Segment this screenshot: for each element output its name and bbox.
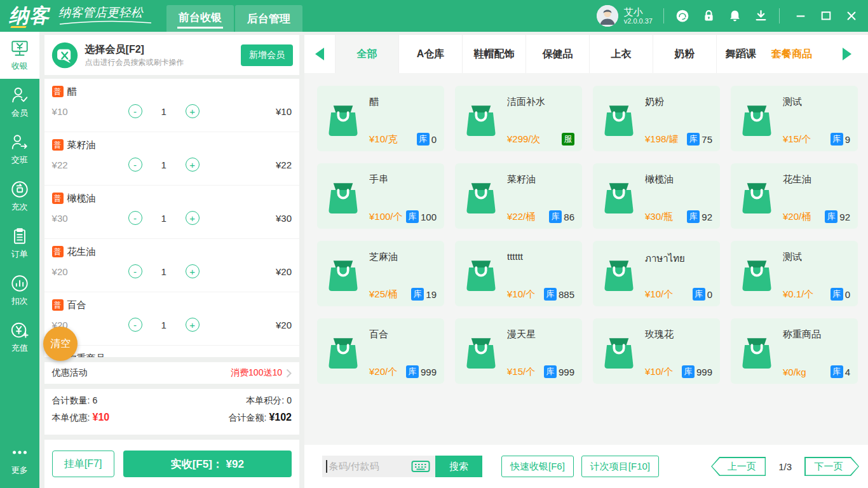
product-price: ¥15/个 <box>783 133 811 146</box>
increase-qty-button[interactable]: + <box>186 264 200 278</box>
product-card[interactable]: 花生油 ¥20/桶 库 92 <box>731 163 858 229</box>
product-card[interactable]: ภาษาไทย ¥10/个 库 0 <box>593 241 720 306</box>
product-name: 漫天星 <box>507 329 574 341</box>
sidebar-item-shift[interactable]: 交班 <box>0 126 39 173</box>
shopping-bag-icon <box>323 325 363 378</box>
product-name: 玫瑰花 <box>645 329 712 341</box>
promo-row[interactable]: 优惠活动 消费100送10 <box>44 362 299 384</box>
category-tab[interactable]: 奶粉 <box>653 35 716 73</box>
barcode-input[interactable]: 条码/付款码 <box>322 456 435 477</box>
product-price: ¥0/kg <box>783 367 806 377</box>
stock-count: 100 <box>421 212 437 222</box>
category-tab[interactable]: 鞋帽配饰 <box>462 35 526 73</box>
cart-item: 称 称重商品 - 1 + ¥0 <box>44 353 299 357</box>
add-member-button[interactable]: 新增会员 <box>241 44 293 66</box>
product-card[interactable]: 橄榄油 ¥30/瓶 库 92 <box>593 163 720 229</box>
lock-icon[interactable] <box>701 8 716 24</box>
product-name: 测试 <box>783 251 850 263</box>
cart-item-qty: 1 <box>142 266 186 277</box>
category-tab[interactable]: 上衣 <box>589 35 653 73</box>
product-card[interactable]: 芝麻油 ¥25/桶 库 19 <box>317 241 444 306</box>
checkout-button[interactable]: 实收[F5]： ¥92 <box>123 451 292 477</box>
product-card[interactable]: 手串 ¥100/个 库 100 <box>317 163 444 229</box>
product-card[interactable]: tttttt ¥10/个 库 885 <box>455 241 582 306</box>
product-name: tttttt <box>507 251 574 262</box>
quick-cashier-button[interactable]: 快速收银[F6] <box>501 456 574 477</box>
product-card[interactable]: 奶粉 ¥198/罐 库 75 <box>593 86 720 151</box>
stock-badge: 库 <box>831 365 843 378</box>
product-card[interactable]: 百合 ¥20/个 库 999 <box>317 318 444 384</box>
shopping-bag-icon <box>737 325 776 378</box>
select-member-card[interactable]: 选择会员[F2] 点击进行会员搜索或刷卡操作 新增会员 <box>44 35 299 75</box>
prev-page-button[interactable]: 上一页 <box>711 457 766 476</box>
sidebar-item-member[interactable]: 会员 <box>0 79 39 126</box>
keyboard-icon[interactable] <box>411 460 430 473</box>
stock-badge: 库 <box>682 365 695 378</box>
sidebar-item-more[interactable]: 更多 <box>0 436 39 483</box>
cart-item-total: ¥22 <box>276 159 292 170</box>
category-tab[interactable]: 全部 <box>335 35 398 73</box>
decrease-qty-button[interactable]: - <box>128 318 142 332</box>
stock-count: 885 <box>559 289 574 300</box>
product-name: 花生油 <box>783 173 850 186</box>
item-type-badge: 普 <box>52 193 64 204</box>
download-icon[interactable] <box>753 8 768 24</box>
cart-item-name: 菜籽油 <box>67 139 96 151</box>
shopping-bag-icon <box>461 170 501 223</box>
product-price: ¥299/次 <box>507 133 541 146</box>
bottom-bar: 条码/付款码 搜索 快速收银[F6] 计次项目[F10] 上一页 1/3 下一页 <box>304 445 868 488</box>
count-item-button[interactable]: 计次项目[F10] <box>581 456 659 477</box>
avatar[interactable] <box>597 5 618 27</box>
main-nav-tab[interactable]: 后台管理 <box>235 5 302 32</box>
sidebar-item-recharge[interactable]: 充值 <box>0 314 39 361</box>
product-card[interactable]: 玫瑰花 ¥10/个 库 999 <box>593 318 720 384</box>
categories-scroll-left[interactable] <box>304 35 335 73</box>
product-name: 芝麻油 <box>369 251 437 263</box>
decrease-qty-button[interactable]: - <box>128 158 142 172</box>
increase-qty-button[interactable]: + <box>186 211 200 225</box>
recharge-times-icon <box>10 180 29 199</box>
category-tab[interactable]: 套餐商品 <box>758 35 825 73</box>
maximize-button[interactable] <box>820 10 832 22</box>
product-price: ¥20/桶 <box>783 211 811 223</box>
product-card[interactable]: 洁面补水 ¥299/次 服 <box>455 86 582 151</box>
category-tab[interactable]: 舞蹈课 <box>716 35 758 73</box>
cart-item: 普 百合 ¥20 - 1 + ¥20 <box>44 299 299 346</box>
close-button[interactable] <box>845 10 858 22</box>
cart-item-price: ¥20 <box>52 266 128 277</box>
main-nav-tab[interactable]: 前台收银 <box>166 5 234 32</box>
bell-icon[interactable] <box>727 8 742 24</box>
category-tab[interactable]: 保健品 <box>526 35 589 73</box>
categories-scroll-right[interactable] <box>825 35 868 73</box>
total-amount-value: ¥102 <box>269 412 292 423</box>
sidebar-item-deduct-times[interactable]: 扣次 <box>0 267 39 314</box>
decrease-qty-button[interactable]: - <box>128 211 142 225</box>
sidebar-item-orders[interactable]: 订单 <box>0 220 39 267</box>
sidebar-item-recharge-times[interactable]: 充次 <box>0 173 39 220</box>
increase-qty-button[interactable]: + <box>186 318 200 332</box>
category-tab[interactable]: A仓库 <box>398 35 462 73</box>
product-card[interactable]: 测试 ¥15/个 库 9 <box>731 86 858 151</box>
product-price: ¥30/瓶 <box>645 211 673 223</box>
service-icon[interactable] <box>675 8 690 24</box>
product-card[interactable]: 漫天星 ¥15/个 库 999 <box>455 318 582 384</box>
increase-qty-button[interactable]: + <box>186 158 200 172</box>
hold-order-button[interactable]: 挂单[F7] <box>52 451 114 477</box>
clear-cart-button[interactable]: 清空 <box>43 327 78 361</box>
product-card[interactable]: 菜籽油 ¥22/桶 库 86 <box>455 163 582 229</box>
minimize-button[interactable] <box>794 10 807 22</box>
stock-badge: 库 <box>693 288 705 301</box>
next-page-button[interactable]: 下一页 <box>804 457 859 476</box>
shopping-bag-icon <box>599 170 639 223</box>
cart-item: 普 花生油 ¥20 - 1 + ¥20 <box>44 246 299 292</box>
search-button[interactable]: 搜索 <box>435 456 482 477</box>
product-card[interactable]: 醋 ¥10/克 库 0 <box>317 86 444 151</box>
stock-badge: 库 <box>687 133 700 146</box>
product-card[interactable]: 测试 ¥0.1/个 库 0 <box>731 241 858 306</box>
decrease-qty-button[interactable]: - <box>128 264 142 278</box>
decrease-qty-button[interactable]: - <box>128 104 142 118</box>
product-card[interactable]: 称重商品 ¥0/kg 库 4 <box>731 318 858 384</box>
increase-qty-button[interactable]: + <box>186 104 200 118</box>
sidebar-item-cashier[interactable]: 收银 <box>0 32 39 79</box>
stock-badge: 库 <box>825 210 837 223</box>
